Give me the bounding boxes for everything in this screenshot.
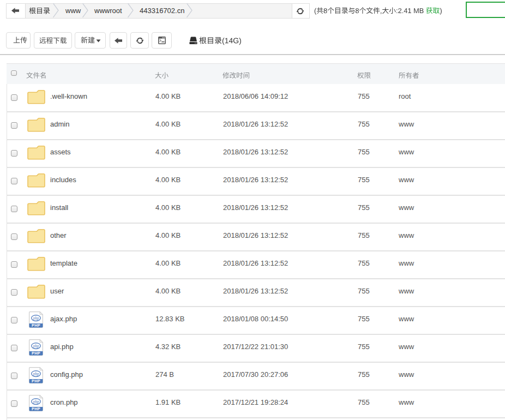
svg-text:php: php — [32, 315, 39, 320]
svg-text:php: php — [32, 371, 39, 376]
svg-text:PHP: PHP — [32, 323, 40, 328]
svg-text:PHP: PHP — [32, 351, 40, 356]
svg-text:php: php — [32, 399, 39, 404]
svg-text:php: php — [32, 343, 39, 348]
svg-text:PHP: PHP — [32, 406, 40, 411]
svg-text:PHP: PHP — [32, 379, 40, 383]
